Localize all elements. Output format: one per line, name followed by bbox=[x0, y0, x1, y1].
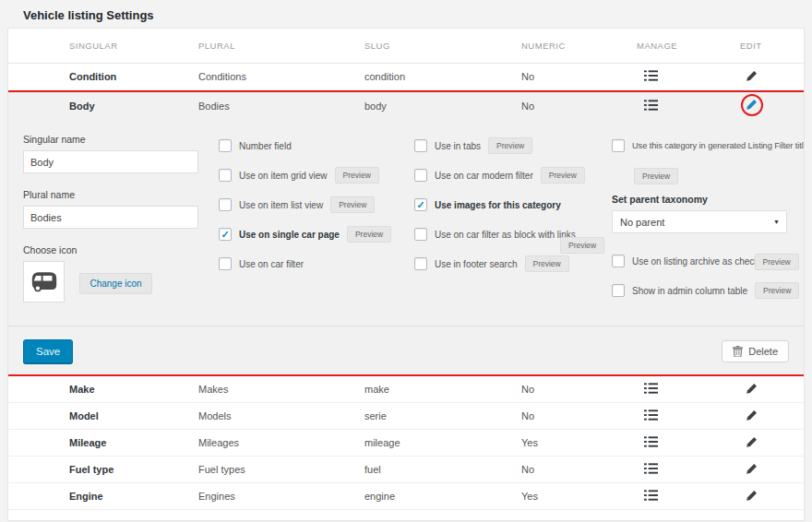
checkbox-label: Show in admin column table bbox=[632, 286, 747, 296]
parent-taxonomy-value: No parent bbox=[620, 217, 664, 228]
edit-pencil-icon-active[interactable] bbox=[746, 99, 758, 111]
cell-singular: Mileage bbox=[69, 437, 198, 448]
cell-plural: Models bbox=[198, 410, 364, 421]
save-button[interactable]: Save bbox=[23, 339, 73, 363]
singular-name-label: Singular name bbox=[23, 134, 219, 145]
checkbox[interactable] bbox=[219, 257, 232, 270]
cell-plural: Bodies bbox=[198, 101, 364, 112]
table-row-engine: EngineEnginesengineYes bbox=[8, 483, 804, 510]
checkbox-label: Number field bbox=[239, 141, 292, 151]
edit-pencil-icon[interactable] bbox=[746, 436, 758, 448]
manage-terms-icon[interactable] bbox=[644, 383, 658, 394]
preview-button[interactable]: Preview bbox=[541, 167, 585, 184]
checkbox-use-on-item-grid-view[interactable]: Use on item grid viewPreview bbox=[219, 166, 414, 184]
table-row-model: ModelModelsserieNo bbox=[8, 403, 804, 430]
vehicle-listing-settings-page: Vehicle listing Settings SINGULAR PLURAL… bbox=[0, 0, 812, 522]
checkbox-use-images-for-this-category[interactable]: ✓Use images for this category bbox=[414, 196, 612, 214]
cell-plural: Engines bbox=[198, 491, 364, 502]
preview-button[interactable]: Preview bbox=[488, 137, 532, 154]
form-options-column-3-bottom: Use on listing archive as checkboxesPrev… bbox=[612, 252, 805, 300]
edit-pencil-icon[interactable] bbox=[746, 490, 758, 502]
settings-table-card: SINGULAR PLURAL SLUG NUMERIC MANAGE EDIT… bbox=[7, 28, 805, 521]
checkbox-listing-filter-title[interactable]: Use this category in generated Listing F… bbox=[612, 136, 805, 155]
choose-icon-label: Choose icon bbox=[23, 244, 219, 255]
checkbox[interactable] bbox=[219, 198, 232, 211]
col-header-manage: MANAGE bbox=[637, 41, 740, 51]
delete-button[interactable]: Delete bbox=[722, 340, 789, 362]
checkbox-use-on-single-car-page[interactable]: ✓Use on single car pagePreview bbox=[219, 225, 414, 243]
checkbox[interactable] bbox=[612, 255, 625, 267]
manage-terms-icon[interactable] bbox=[644, 463, 658, 474]
preview-button[interactable]: Preview bbox=[347, 226, 391, 243]
preview-button[interactable]: Preview bbox=[525, 255, 569, 272]
form-options-column-3: Use this category in generated Listing F… bbox=[612, 134, 805, 326]
table-row-make: MakeMakesmakeNo bbox=[8, 376, 804, 403]
preview-button[interactable]: Preview bbox=[330, 196, 375, 213]
manage-terms-icon[interactable] bbox=[644, 70, 658, 81]
manage-terms-icon[interactable] bbox=[644, 409, 658, 421]
edit-pencil-icon[interactable] bbox=[746, 463, 758, 475]
preview-button[interactable]: Preview bbox=[335, 167, 379, 184]
checkbox[interactable] bbox=[219, 139, 232, 152]
checkbox-use-on-item-list-view[interactable]: Use on item list viewPreview bbox=[219, 196, 414, 214]
checkbox[interactable] bbox=[414, 169, 427, 182]
checkbox-use-on-listing-archive-as-checkboxes[interactable]: Use on listing archive as checkboxesPrev… bbox=[612, 252, 805, 270]
change-icon-button[interactable]: Change icon bbox=[79, 273, 151, 294]
cell-numeric: No bbox=[521, 101, 637, 112]
edit-pencil-icon[interactable] bbox=[746, 383, 758, 395]
col-header-slug: SLUG bbox=[364, 41, 521, 51]
checkbox[interactable] bbox=[414, 257, 427, 270]
cell-numeric: No bbox=[521, 464, 637, 475]
checkbox-number-field[interactable]: Number field bbox=[219, 136, 414, 155]
preview-button[interactable]: Preview bbox=[755, 282, 799, 299]
checkbox[interactable] bbox=[612, 284, 625, 297]
checkbox[interactable] bbox=[612, 139, 625, 152]
plural-name-input[interactable] bbox=[23, 206, 198, 229]
checkbox-use-in-footer-search[interactable]: Use in footer searchPreview bbox=[414, 255, 612, 273]
preview-button[interactable]: Preview bbox=[634, 168, 678, 184]
checkbox[interactable]: ✓ bbox=[414, 198, 427, 211]
checkbox[interactable] bbox=[414, 139, 427, 152]
manage-terms-icon[interactable] bbox=[644, 436, 658, 447]
manage-terms-icon[interactable] bbox=[644, 490, 658, 501]
page-title: Vehicle listing Settings bbox=[23, 8, 154, 22]
checkbox[interactable] bbox=[414, 228, 427, 241]
checkbox-use-in-tabs[interactable]: Use in tabsPreview bbox=[414, 136, 612, 155]
col-header-numeric: NUMERIC bbox=[521, 41, 637, 51]
cell-singular: Fuel type bbox=[69, 464, 198, 475]
col-header-edit: EDIT bbox=[740, 41, 804, 51]
cell-numeric: No bbox=[521, 384, 637, 395]
cell-slug: mileage bbox=[364, 437, 521, 448]
cell-plural: Mileages bbox=[198, 437, 364, 448]
plural-name-label: Plural name bbox=[23, 189, 219, 200]
parent-taxonomy-select[interactable]: No parent ▼ bbox=[612, 210, 787, 233]
parent-taxonomy-label: Set parent taxonomy bbox=[612, 194, 805, 205]
checkbox-show-in-admin-column-table[interactable]: Show in admin column tablePreview bbox=[612, 281, 805, 300]
checkbox-label: Use on item list view bbox=[239, 200, 323, 210]
checkbox-label: Use in footer search bbox=[435, 259, 518, 269]
edit-pencil-icon[interactable] bbox=[746, 70, 758, 82]
edit-pencil-icon[interactable] bbox=[746, 409, 758, 421]
table-row-fuel-type: Fuel typeFuel typesfuelNo bbox=[8, 457, 804, 483]
cell-slug: condition bbox=[364, 71, 521, 82]
checkbox-label: Use this category in generated Listing F… bbox=[632, 141, 805, 150]
cell-slug: engine bbox=[364, 491, 521, 502]
checkbox-label: Use images for this category bbox=[435, 200, 561, 210]
checkbox[interactable] bbox=[219, 169, 232, 182]
checkbox-use-on-car-filter[interactable]: Use on car filter bbox=[219, 255, 414, 273]
cell-numeric: Yes bbox=[521, 491, 637, 502]
checkbox-use-on-car-modern-filter[interactable]: Use on car modern filterPreview bbox=[414, 166, 612, 184]
rows-before: ConditionConditionsconditionNo bbox=[8, 64, 804, 90]
chevron-down-icon: ▼ bbox=[773, 219, 780, 225]
preview-button[interactable]: Preview bbox=[560, 237, 604, 254]
manage-terms-icon[interactable] bbox=[644, 100, 658, 111]
checkbox-use-on-car-filter-as-block-with-links[interactable]: Use on car filter as block with linksPre… bbox=[414, 225, 612, 243]
checkbox-label: Use on car modern filter bbox=[435, 171, 533, 181]
col-header-singular: SINGULAR bbox=[69, 41, 198, 51]
form-options-column-2: Use in tabsPreviewUse on car modern filt… bbox=[414, 134, 612, 326]
rows-after: MakeMakesmakeNoModelModelsserieNoMileage… bbox=[8, 376, 804, 510]
singular-name-input[interactable] bbox=[23, 150, 198, 173]
checkbox[interactable]: ✓ bbox=[219, 228, 232, 241]
category-edit-form: Singular name Plural name Choose icon bbox=[8, 121, 804, 326]
preview-button[interactable]: Preview bbox=[755, 254, 799, 270]
